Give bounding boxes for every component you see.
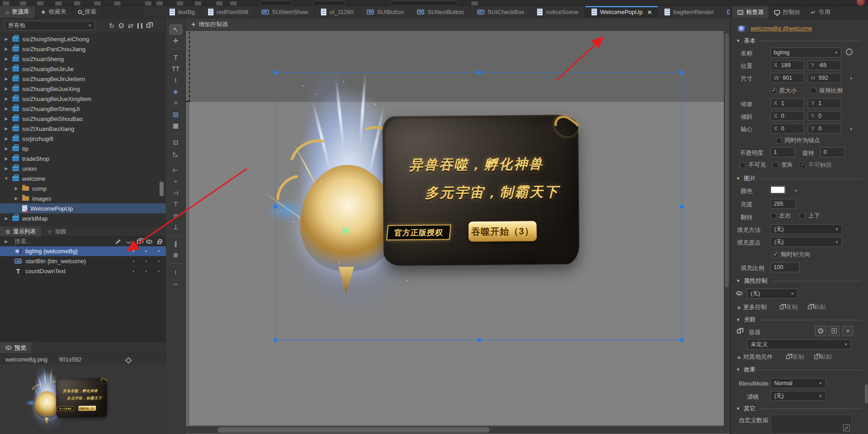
align-right-tool[interactable]: ⊣ bbox=[170, 188, 182, 198]
tree-item[interactable]: ▶ ssrZhuanSheng bbox=[0, 54, 166, 64]
fill-method-dropdown[interactable]: (无) bbox=[771, 224, 842, 234]
display-list-item[interactable]: T countDownText bbox=[0, 266, 166, 276]
align-center-h-tool[interactable]: ÷ bbox=[170, 177, 182, 187]
editor-tab[interactable]: item_s × bbox=[721, 6, 730, 18]
row-toggles[interactable] bbox=[133, 270, 160, 272]
skew-x-field[interactable]: X0 bbox=[771, 111, 804, 121]
canvas-v-scrollbar-thumb[interactable] bbox=[725, 34, 729, 287]
visibility-control-icon[interactable] bbox=[736, 291, 742, 295]
editor-tab[interactable]: SUItextButton × bbox=[411, 6, 470, 18]
hand-tool[interactable]: ✛ bbox=[170, 36, 182, 46]
invisible-checkbox[interactable]: 不可见 bbox=[740, 161, 766, 169]
editor-tab[interactable]: redPoint996 × bbox=[202, 6, 255, 18]
editor-tab[interactable]: SUIButton × bbox=[360, 6, 411, 18]
transform-tool[interactable]: ◺ bbox=[170, 149, 182, 159]
select-tool[interactable]: ↖ bbox=[170, 24, 182, 34]
tab-library[interactable]: ⌂ 资源库 bbox=[0, 6, 35, 18]
brightness-field[interactable]: 255 bbox=[771, 199, 796, 209]
copy-relations-button[interactable]: 复制 bbox=[786, 353, 804, 361]
tree-item[interactable]: ▶ comp bbox=[0, 183, 166, 193]
orig-size-checkbox[interactable]: 原大小 bbox=[771, 87, 797, 95]
editor-tab[interactable]: SUIItemShow × bbox=[255, 6, 315, 18]
paste-relations-button[interactable]: 粘贴 bbox=[814, 353, 832, 361]
remove-relation-button[interactable]: × bbox=[842, 326, 853, 336]
section-image[interactable]: ▼ 图片 bbox=[736, 174, 862, 183]
expander-icon[interactable]: ▶ bbox=[4, 136, 9, 141]
filter-dropdown[interactable]: (无) bbox=[771, 391, 826, 401]
input-text-tool[interactable]: I bbox=[170, 75, 182, 85]
keep-ratio-checkbox[interactable]: 保持比例 bbox=[810, 87, 843, 95]
expander-icon[interactable]: ▶ bbox=[4, 77, 9, 81]
expander-icon[interactable]: ▶ bbox=[4, 47, 9, 51]
rotation-field[interactable]: 0 bbox=[820, 147, 845, 157]
section-effects[interactable]: ▼ 效果 bbox=[736, 366, 862, 374]
canvas-h-scrollbar-thumb[interactable] bbox=[218, 427, 490, 433]
size-h-field[interactable]: H592 bbox=[808, 73, 841, 83]
section-prop-control[interactable]: ▼ 属性控制 bbox=[736, 277, 862, 285]
pivot-options-icon[interactable]: ▼ bbox=[849, 127, 853, 131]
untouchable-checkbox[interactable]: 不可触摸 bbox=[800, 161, 832, 169]
duplicate-icon[interactable] bbox=[146, 24, 150, 28]
editor-tab[interactable]: bagItemRender × bbox=[658, 6, 721, 18]
display-list-search[interactable]: ▶ 搜索... bbox=[0, 237, 166, 246]
tree-item[interactable]: ▶ images bbox=[0, 193, 166, 203]
info-icon[interactable] bbox=[846, 48, 853, 55]
expander-icon[interactable]: ▶ bbox=[4, 37, 9, 41]
color-dropdown-icon[interactable]: ▼ bbox=[794, 189, 798, 193]
relations-icon[interactable] bbox=[126, 240, 132, 243]
text-tool[interactable]: T bbox=[170, 53, 182, 63]
tree-item[interactable]: ▶ ssrZhongShengLeiChong bbox=[0, 34, 166, 44]
tree-item[interactable]: ▶ ssrZhuangBeiJueXing bbox=[0, 84, 166, 94]
inspector-scrollbar-thumb[interactable] bbox=[865, 384, 868, 403]
flip-v-checkbox[interactable]: 上下 bbox=[800, 212, 820, 220]
tree-item[interactable]: ▼ welcome bbox=[0, 174, 166, 183]
refresh-icon[interactable]: ↻ bbox=[109, 22, 115, 30]
tree-item[interactable]: ▶ ssrZhuangBeiShouBao bbox=[0, 114, 166, 124]
editor-tab[interactable]: noticeScene × bbox=[531, 6, 585, 18]
fit-view-button[interactable] bbox=[829, 326, 840, 336]
tree-item[interactable]: ▶ ssrjinzhugift bbox=[0, 134, 166, 144]
breadcrumb[interactable]: welcomeBg @welcome bbox=[751, 25, 812, 32]
expander-icon[interactable]: ▶ bbox=[14, 196, 19, 201]
tab-inspector[interactable]: 检查器 bbox=[732, 6, 769, 19]
tab-references[interactable]: ↵ 引用 bbox=[806, 6, 836, 19]
columns-icon[interactable] bbox=[137, 23, 142, 29]
package-filter-dropdown[interactable]: 所有包 bbox=[5, 21, 95, 30]
match-width-tool[interactable]: ↔ bbox=[170, 278, 182, 288]
tree-item[interactable]: ▶ tradeShop bbox=[0, 154, 166, 164]
section-relations[interactable]: ▼ 关联 bbox=[736, 316, 862, 324]
tab-preview[interactable]: 预览 bbox=[0, 342, 32, 353]
clockwise-checkbox[interactable]: 顺时针方向 bbox=[772, 251, 810, 259]
position-y-field[interactable]: Y-65 bbox=[808, 60, 841, 70]
editor-tab[interactable]: textBg × bbox=[163, 6, 202, 18]
size-w-field[interactable]: W901 bbox=[771, 73, 804, 83]
graph-3d-tool[interactable]: ▦ bbox=[170, 121, 182, 130]
expander-icon[interactable]: ▶ bbox=[4, 146, 9, 151]
color-swatch[interactable] bbox=[771, 186, 785, 193]
align-left-tool[interactable]: ⊢ bbox=[170, 165, 182, 175]
fill-origin-dropdown[interactable]: (无) bbox=[771, 237, 842, 247]
start-button[interactable]: 吞噬开始（3） bbox=[468, 221, 537, 242]
align-middle-v-tool[interactable]: ≎ bbox=[170, 211, 182, 221]
paste-controls-button[interactable]: 粘贴 bbox=[808, 303, 826, 311]
name-field[interactable]: bgImg▼ bbox=[771, 48, 841, 58]
section-basic[interactable]: ▼ 基本 bbox=[736, 37, 862, 45]
expander-icon[interactable]: ▼ bbox=[4, 176, 9, 181]
expander-icon[interactable]: ▶ bbox=[4, 156, 9, 161]
locate-icon[interactable] bbox=[119, 23, 124, 28]
tab-transitions[interactable]: ☆ 动效 bbox=[42, 227, 73, 236]
tree-item[interactable]: ▶ union bbox=[0, 164, 166, 174]
swap-icon[interactable]: ⇄ bbox=[128, 22, 134, 30]
expander-icon[interactable]: ▶ bbox=[4, 87, 9, 91]
size-options-icon[interactable]: ▼ bbox=[849, 77, 853, 81]
add-relation-button[interactable]: + 对其他元件 bbox=[737, 353, 773, 361]
fill-amount-field[interactable]: 100 bbox=[771, 262, 800, 272]
expander-icon[interactable]: ▶ bbox=[4, 126, 9, 131]
expander-icon[interactable]: ▶ bbox=[14, 186, 19, 191]
tree-item[interactable]: ▶ ssrZhuangBeiJueXingItem bbox=[0, 94, 166, 104]
close-icon[interactable]: × bbox=[648, 8, 652, 16]
gear-icon[interactable] bbox=[126, 358, 131, 363]
gray-checkbox[interactable]: 变灰 bbox=[772, 161, 793, 169]
user-avatar[interactable] bbox=[856, 0, 865, 6]
display-list-item[interactable]: bgImg {welcomeBg} bbox=[0, 246, 166, 256]
